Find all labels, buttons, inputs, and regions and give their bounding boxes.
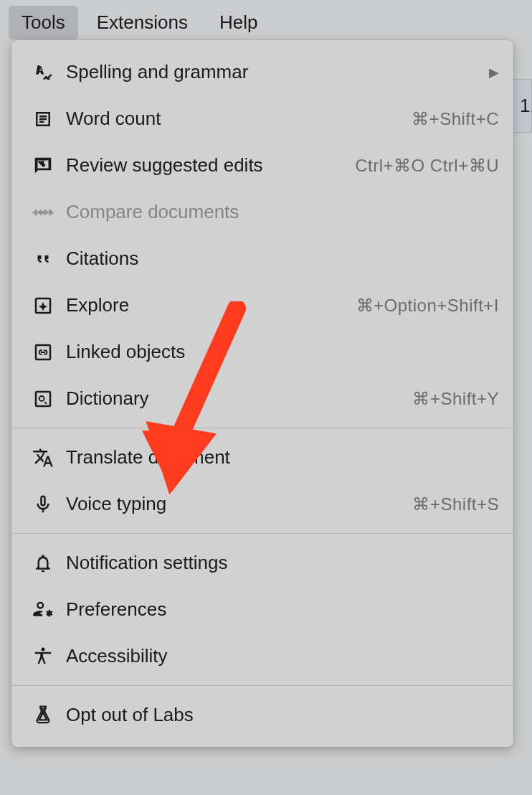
menu-label: Voice typing [62, 493, 412, 515]
explore-icon [24, 295, 62, 316]
microphone-icon [24, 494, 62, 515]
menu-notification-settings[interactable]: Notification settings [11, 540, 513, 586]
menubar-tools[interactable]: Tools [9, 6, 78, 39]
menu-label: Word count [62, 108, 412, 130]
font-size-value: 11 [520, 95, 532, 117]
menu-shortcut: ⌘+Shift+Y [412, 389, 499, 409]
dictionary-icon [24, 388, 62, 410]
review-icon [24, 155, 62, 177]
linked-icon [24, 342, 62, 363]
menu-label: Compare documents [62, 201, 499, 223]
menu-linked-objects[interactable]: Linked objects [11, 329, 513, 375]
tools-dropdown: Spelling and grammar ▶ Word count ⌘+Shif… [11, 40, 513, 747]
menu-label: Translate document [62, 446, 499, 469]
menu-voice-typing[interactable]: Voice typing ⌘+Shift+S [11, 481, 513, 527]
menu-explore[interactable]: Explore ⌘+Option+Shift+I [11, 282, 513, 329]
menu-spelling-grammar[interactable]: Spelling and grammar ▶ [11, 49, 513, 95]
menu-dictionary[interactable]: Dictionary ⌘+Shift+Y [11, 375, 513, 422]
menu-label: Notification settings [62, 552, 499, 574]
menu-label: Preferences [62, 598, 499, 621]
menu-word-count[interactable]: Word count ⌘+Shift+C [11, 95, 513, 142]
menu-divider [11, 685, 513, 686]
word-count-icon [24, 108, 62, 130]
menu-label: Review suggested edits [62, 154, 355, 177]
menu-divider [11, 533, 513, 534]
menu-divider [11, 428, 513, 428]
menu-shortcut: ⌘+Shift+S [412, 494, 499, 514]
menu-label: Accessibility [62, 645, 499, 667]
labs-icon [24, 705, 62, 726]
menubar-extensions[interactable]: Extensions [84, 6, 201, 39]
menu-label: Linked objects [62, 341, 499, 363]
submenu-chevron-icon: ▶ [489, 65, 499, 80]
menu-shortcut: ⌘+Option+Shift+I [356, 296, 499, 316]
bell-icon [24, 552, 62, 574]
preferences-icon [24, 599, 62, 621]
menu-compare-documents: Compare documents [11, 189, 513, 235]
citations-icon [24, 248, 62, 270]
menubar-help[interactable]: Help [206, 6, 270, 39]
menu-translate[interactable]: Translate document [11, 434, 513, 481]
compare-icon [24, 202, 62, 223]
menu-accessibility[interactable]: Accessibility [11, 633, 513, 679]
menubar: Tools Extensions Help [0, 0, 532, 45]
menu-shortcut: Ctrl+⌘O Ctrl+⌘U [355, 156, 499, 176]
menu-shortcut: ⌘+Shift+C [412, 109, 499, 129]
menu-preferences[interactable]: Preferences [11, 586, 513, 633]
menu-label: Spelling and grammar [62, 61, 483, 83]
accessibility-icon [24, 646, 62, 667]
menu-review-edits[interactable]: Review suggested edits Ctrl+⌘O Ctrl+⌘U [11, 142, 513, 189]
menu-label: Opt out of Labs [62, 704, 499, 726]
menu-label: Citations [62, 248, 499, 270]
spelling-icon [24, 62, 62, 83]
translate-icon [24, 447, 62, 469]
menu-label: Dictionary [62, 387, 412, 410]
menu-label: Explore [62, 294, 356, 316]
menu-citations[interactable]: Citations [11, 235, 513, 282]
menu-opt-out-labs[interactable]: Opt out of Labs [11, 692, 513, 738]
